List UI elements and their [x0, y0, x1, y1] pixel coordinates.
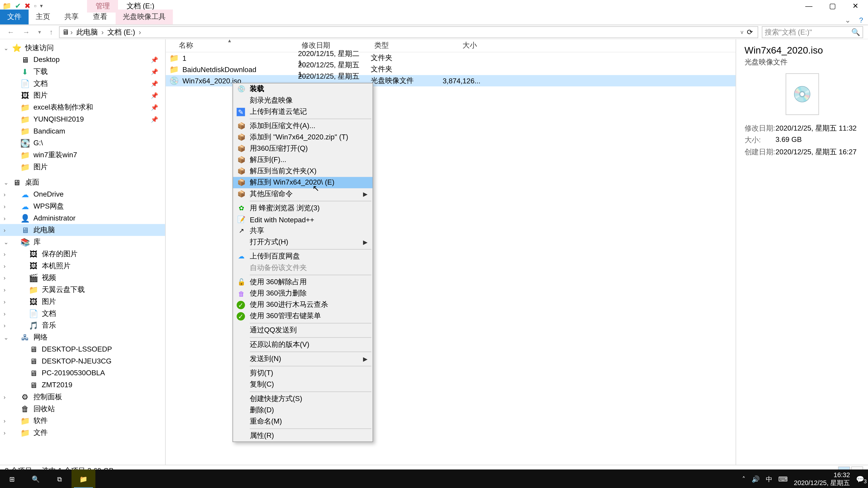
ctx-rename[interactable]: 重命名(M)	[233, 416, 373, 427]
tree-documents[interactable]: 文档📌	[0, 77, 165, 90]
tab-home[interactable]: 主页	[29, 9, 57, 24]
column-headers[interactable]: 名称▲ 修改日期 类型 大小	[166, 39, 736, 53]
expand-icon[interactable]: ›	[4, 263, 6, 269]
ctx-open-360zip[interactable]: 📦用360压缩打开(Q)	[233, 143, 373, 154]
new-icon[interactable]: ▫	[34, 2, 36, 10]
ctx-notepad[interactable]: 📝Edit with Notepad++	[233, 214, 373, 225]
recent-dropdown[interactable]: ▾	[36, 29, 43, 35]
taskbar-clock[interactable]: 16:32 2020/12/25, 星期五	[794, 471, 850, 487]
tree-lib-item[interactable]: ›音乐	[0, 319, 165, 331]
minimize-icon[interactable]: —	[805, 2, 813, 10]
expand-icon[interactable]: ›	[4, 274, 6, 281]
notification-icon[interactable]: 💬3	[856, 475, 864, 483]
tree-recycle[interactable]: 回收站	[0, 403, 165, 415]
chevron-icon[interactable]: ›	[70, 28, 73, 36]
tree-net-pc[interactable]: DESKTOP-NJEU3CG	[0, 355, 165, 367]
expand-icon[interactable]: ›	[4, 251, 6, 257]
tree-net-pc[interactable]: PC-20190530OBLA	[0, 367, 165, 379]
ime-indicator[interactable]: 中	[766, 475, 772, 484]
expand-icon[interactable]: ›	[4, 227, 6, 233]
back-button[interactable]: ←	[5, 28, 17, 36]
ctx-add-archive[interactable]: 📦添加到压缩文件(A)...	[233, 121, 373, 132]
ctx-send-to[interactable]: 发送到(N)▶	[233, 353, 373, 365]
expand-icon[interactable]: ›	[4, 298, 6, 305]
col-type[interactable]: 类型	[371, 40, 433, 51]
forward-button[interactable]: →	[20, 28, 32, 36]
expand-icon[interactable]: ›	[4, 286, 6, 293]
help-icon[interactable]: ?	[855, 16, 868, 24]
ctx-add-zip[interactable]: 📦添加到 "Win7x64_2020.zip" (T)	[233, 132, 373, 143]
taskbar[interactable]: ⊞ 🔍 ⧉ 📁 ˄ 🔊 中 ⌨ 16:32 2020/12/25, 星期五 💬3	[0, 469, 868, 488]
search-input[interactable]: 搜索"文档 (E:)" 🔍	[762, 26, 863, 38]
nav-tree[interactable]: ⌄快速访问 Desktop📌 下载📌 文档📌 图片📌 excel表格制作求和📌 …	[0, 39, 166, 465]
expand-icon[interactable]: ›	[4, 310, 6, 317]
dropdown-icon[interactable]: ▾	[40, 3, 43, 9]
up-button[interactable]: ↑	[47, 28, 55, 36]
volume-icon[interactable]: 🔊	[752, 475, 760, 483]
taskbar-explorer[interactable]: 📁	[71, 469, 95, 488]
close-icon[interactable]: ✕	[852, 2, 858, 10]
ctx-360-delete[interactable]: 🗑使用 360强力删除	[233, 288, 373, 299]
tree-network[interactable]: ⌄网络	[0, 331, 165, 343]
tab-disc-tools[interactable]: 光盘映像工具	[116, 9, 173, 24]
ctx-extract-to-folder[interactable]: 📦解压到 Win7x64_2020\ (E)	[233, 177, 373, 188]
tree-wps[interactable]: ›WPS网盘	[0, 200, 165, 212]
tree-folder[interactable]: ›文件	[0, 427, 165, 438]
file-row[interactable]: 1 2020/12/15, 星期二 1... 文件夹	[166, 53, 736, 64]
taskview-button[interactable]: ⧉	[48, 469, 71, 488]
col-name[interactable]: 名称▲	[166, 40, 298, 51]
maximize-icon[interactable]: ▢	[829, 2, 836, 10]
ctx-mount[interactable]: 💿装载	[233, 84, 373, 95]
tree-folder[interactable]: 图片	[0, 161, 165, 173]
expand-icon[interactable]: ›	[4, 215, 6, 221]
tree-lib-item[interactable]: ›图片	[0, 295, 165, 307]
tree-downloads[interactable]: 下载📌	[0, 66, 165, 77]
chevron-icon[interactable]: ›	[101, 28, 104, 36]
tree-net-pc[interactable]: ZMT2019	[0, 379, 165, 391]
col-size[interactable]: 大小	[433, 40, 480, 51]
ctx-open-with[interactable]: 打开方式(H)▶	[233, 236, 373, 248]
tree-user[interactable]: ›Administrator	[0, 212, 165, 224]
ctx-burn[interactable]: 刻录光盘映像	[233, 95, 373, 106]
tree-lib-item[interactable]: ›视频	[0, 271, 165, 284]
tree-net-pc[interactable]: DESKTOP-LSSOEDP	[0, 343, 165, 355]
tree-this-pc[interactable]: ›此电脑	[0, 224, 165, 236]
collapse-icon[interactable]: ⌄	[4, 44, 8, 51]
ctx-bee-browser[interactable]: ✿用 蜂蜜浏览器 浏览(3)	[233, 203, 373, 214]
tree-quick-access[interactable]: ⌄快速访问	[0, 42, 165, 54]
expand-icon[interactable]: ›	[4, 429, 6, 436]
check-icon[interactable]: ✔	[15, 2, 21, 10]
x-icon[interactable]: ✖	[24, 2, 30, 10]
collapse-icon[interactable]: ⌄	[4, 238, 8, 245]
expand-icon[interactable]: ›	[4, 322, 6, 328]
ctx-youdao[interactable]: ✎上传到有道云笔记	[233, 106, 373, 117]
ribbon-expand-icon[interactable]: ⌄	[841, 16, 855, 24]
ctx-other-compress[interactable]: 📦其他压缩命令▶	[233, 188, 373, 199]
ctx-share[interactable]: ↗共享	[233, 225, 373, 236]
tree-desktop[interactable]: Desktop📌	[0, 54, 165, 66]
tab-share[interactable]: 共享	[57, 9, 86, 24]
ctx-qq-send[interactable]: 通过QQ发送到	[233, 325, 373, 336]
crumb-pc[interactable]: 此电脑	[74, 27, 100, 37]
ctx-360-menu[interactable]: ✓使用 360管理右键菜单	[233, 311, 373, 322]
tree-folder[interactable]: ›软件	[0, 415, 165, 427]
tree-libraries[interactable]: ⌄库	[0, 236, 165, 248]
tree-drive[interactable]: G:\	[0, 137, 165, 149]
collapse-icon[interactable]: ⌄	[4, 334, 8, 340]
ctx-360-scan[interactable]: ✓使用 360进行木马云查杀	[233, 299, 373, 311]
tree-lib-item[interactable]: ›保存的图片	[0, 248, 165, 260]
chevron-icon[interactable]: ›	[139, 28, 141, 36]
expand-icon[interactable]: ›	[4, 417, 6, 424]
address-dropdown-icon[interactable]: v	[741, 29, 743, 35]
tree-lib-item[interactable]: ›文档	[0, 307, 165, 320]
tree-folder[interactable]: win7重装win7	[0, 149, 165, 161]
tree-folder[interactable]: YUNQISHI2019📌	[0, 113, 165, 125]
ctx-extract-here[interactable]: 📦解压到当前文件夹(X)	[233, 166, 373, 177]
tree-pictures[interactable]: 图片📌	[0, 90, 165, 101]
expand-icon[interactable]: ›	[4, 394, 6, 400]
tab-file[interactable]: 文件	[0, 9, 29, 24]
ctx-extract[interactable]: 📦解压到(F)...	[233, 154, 373, 166]
tree-onedrive[interactable]: ›OneDrive	[0, 188, 165, 200]
ctx-shortcut[interactable]: 创建快捷方式(S)	[233, 393, 373, 404]
ctx-cut[interactable]: 剪切(T)	[233, 367, 373, 379]
